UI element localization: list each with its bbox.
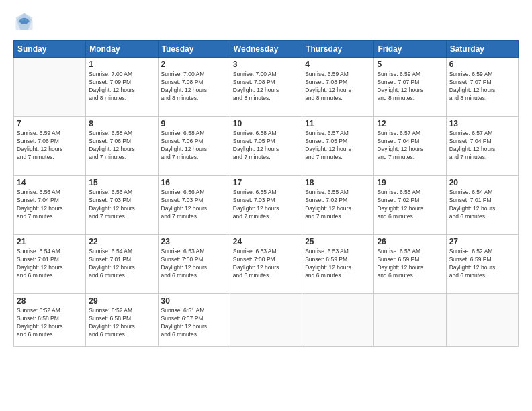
calendar-cell: 21Sunrise: 6:54 AM Sunset: 7:01 PM Dayli… xyxy=(14,235,86,294)
day-info: Sunrise: 6:52 AM Sunset: 6:58 PM Dayligh… xyxy=(89,307,154,339)
calendar-cell: 14Sunrise: 6:56 AM Sunset: 7:04 PM Dayli… xyxy=(14,176,86,235)
weekday-header-tuesday: Tuesday xyxy=(158,41,230,58)
day-info: Sunrise: 6:59 AM Sunset: 7:08 PM Dayligh… xyxy=(305,71,371,103)
day-info: Sunrise: 6:57 AM Sunset: 7:04 PM Dayligh… xyxy=(449,130,515,162)
weekday-header-saturday: Saturday xyxy=(446,41,518,58)
day-info: Sunrise: 6:57 AM Sunset: 7:05 PM Dayligh… xyxy=(305,130,371,162)
day-info: Sunrise: 7:00 AM Sunset: 7:08 PM Dayligh… xyxy=(233,71,299,103)
weekday-header-thursday: Thursday xyxy=(302,41,374,58)
week-row-1: 1Sunrise: 7:00 AM Sunset: 7:09 PM Daylig… xyxy=(14,58,519,117)
day-number: 15 xyxy=(89,178,154,187)
day-info: Sunrise: 6:59 AM Sunset: 7:07 PM Dayligh… xyxy=(377,71,443,103)
calendar-cell: 4Sunrise: 6:59 AM Sunset: 7:08 PM Daylig… xyxy=(302,58,374,117)
calendar-cell: 3Sunrise: 7:00 AM Sunset: 7:08 PM Daylig… xyxy=(230,58,302,117)
day-info: Sunrise: 6:52 AM Sunset: 6:59 PM Dayligh… xyxy=(449,248,515,280)
day-number: 28 xyxy=(17,296,83,306)
day-number: 14 xyxy=(17,178,83,187)
calendar-cell: 1Sunrise: 7:00 AM Sunset: 7:09 PM Daylig… xyxy=(86,58,158,117)
day-number: 17 xyxy=(233,178,299,187)
day-number: 7 xyxy=(17,119,83,128)
day-number: 2 xyxy=(161,60,227,69)
calendar-cell: 2Sunrise: 7:00 AM Sunset: 7:08 PM Daylig… xyxy=(158,58,230,117)
day-info: Sunrise: 6:58 AM Sunset: 7:06 PM Dayligh… xyxy=(161,130,227,162)
calendar-cell: 16Sunrise: 6:56 AM Sunset: 7:03 PM Dayli… xyxy=(158,176,230,235)
calendar-cell: 19Sunrise: 6:55 AM Sunset: 7:02 PM Dayli… xyxy=(374,176,446,235)
calendar-cell: 6Sunrise: 6:59 AM Sunset: 7:07 PM Daylig… xyxy=(446,58,518,117)
day-info: Sunrise: 6:54 AM Sunset: 7:01 PM Dayligh… xyxy=(17,248,83,280)
day-info: Sunrise: 6:57 AM Sunset: 7:04 PM Dayligh… xyxy=(377,130,443,162)
calendar-cell: 27Sunrise: 6:52 AM Sunset: 6:59 PM Dayli… xyxy=(446,235,518,294)
day-number: 23 xyxy=(161,237,227,246)
calendar-cell: 10Sunrise: 6:58 AM Sunset: 7:05 PM Dayli… xyxy=(230,117,302,176)
day-info: Sunrise: 6:53 AM Sunset: 7:00 PM Dayligh… xyxy=(233,248,299,280)
day-info: Sunrise: 6:54 AM Sunset: 7:01 PM Dayligh… xyxy=(449,189,515,221)
day-number: 3 xyxy=(233,60,299,69)
day-info: Sunrise: 7:00 AM Sunset: 7:09 PM Dayligh… xyxy=(89,71,154,103)
calendar-cell: 30Sunrise: 6:51 AM Sunset: 6:57 PM Dayli… xyxy=(158,294,230,347)
calendar-table: SundayMondayTuesdayWednesdayThursdayFrid… xyxy=(13,40,519,347)
weekday-header-wednesday: Wednesday xyxy=(230,41,302,58)
day-number: 24 xyxy=(233,237,299,246)
weekday-header-monday: Monday xyxy=(86,41,158,58)
calendar-cell: 18Sunrise: 6:55 AM Sunset: 7:02 PM Dayli… xyxy=(302,176,374,235)
day-number: 6 xyxy=(449,60,515,69)
day-number: 13 xyxy=(449,119,515,128)
day-info: Sunrise: 6:58 AM Sunset: 7:05 PM Dayligh… xyxy=(233,130,299,162)
day-number: 21 xyxy=(17,237,83,246)
day-info: Sunrise: 6:58 AM Sunset: 7:06 PM Dayligh… xyxy=(89,130,154,162)
day-number: 29 xyxy=(89,296,154,306)
day-number: 10 xyxy=(233,119,299,128)
calendar-cell xyxy=(446,294,518,347)
day-number: 4 xyxy=(305,60,371,69)
calendar-cell: 22Sunrise: 6:54 AM Sunset: 7:01 PM Dayli… xyxy=(86,235,158,294)
day-number: 18 xyxy=(305,178,371,187)
day-number: 26 xyxy=(377,237,443,246)
day-info: Sunrise: 6:53 AM Sunset: 7:00 PM Dayligh… xyxy=(161,248,227,280)
day-number: 9 xyxy=(161,119,227,128)
header xyxy=(13,12,519,34)
calendar-cell: 25Sunrise: 6:53 AM Sunset: 6:59 PM Dayli… xyxy=(302,235,374,294)
calendar-cell xyxy=(374,294,446,347)
day-number: 12 xyxy=(377,119,443,128)
day-info: Sunrise: 6:51 AM Sunset: 6:57 PM Dayligh… xyxy=(161,307,227,339)
calendar-cell: 26Sunrise: 6:53 AM Sunset: 6:59 PM Dayli… xyxy=(374,235,446,294)
week-row-3: 14Sunrise: 6:56 AM Sunset: 7:04 PM Dayli… xyxy=(14,176,519,235)
day-info: Sunrise: 6:59 AM Sunset: 7:07 PM Dayligh… xyxy=(449,71,515,103)
day-number: 11 xyxy=(305,119,371,128)
day-info: Sunrise: 6:53 AM Sunset: 6:59 PM Dayligh… xyxy=(377,248,443,280)
weekday-header-sunday: Sunday xyxy=(14,41,86,58)
calendar-cell: 23Sunrise: 6:53 AM Sunset: 7:00 PM Dayli… xyxy=(158,235,230,294)
day-number: 19 xyxy=(377,178,443,187)
calendar-cell: 17Sunrise: 6:55 AM Sunset: 7:03 PM Dayli… xyxy=(230,176,302,235)
day-number: 16 xyxy=(161,178,227,187)
day-info: Sunrise: 6:55 AM Sunset: 7:02 PM Dayligh… xyxy=(377,189,443,221)
calendar-cell: 5Sunrise: 6:59 AM Sunset: 7:07 PM Daylig… xyxy=(374,58,446,117)
calendar-cell xyxy=(14,58,86,117)
day-info: Sunrise: 6:56 AM Sunset: 7:04 PM Dayligh… xyxy=(17,189,83,221)
calendar-cell: 28Sunrise: 6:52 AM Sunset: 6:58 PM Dayli… xyxy=(14,294,86,347)
calendar-cell: 29Sunrise: 6:52 AM Sunset: 6:58 PM Dayli… xyxy=(86,294,158,347)
day-info: Sunrise: 6:55 AM Sunset: 7:03 PM Dayligh… xyxy=(233,189,299,221)
day-number: 1 xyxy=(89,60,154,69)
page: SundayMondayTuesdayWednesdayThursdayFrid… xyxy=(0,0,532,411)
weekday-header-row: SundayMondayTuesdayWednesdayThursdayFrid… xyxy=(14,41,519,58)
calendar-cell: 13Sunrise: 6:57 AM Sunset: 7:04 PM Dayli… xyxy=(446,117,518,176)
day-info: Sunrise: 7:00 AM Sunset: 7:08 PM Dayligh… xyxy=(161,71,227,103)
day-number: 20 xyxy=(449,178,515,187)
calendar-cell: 7Sunrise: 6:59 AM Sunset: 7:06 PM Daylig… xyxy=(14,117,86,176)
day-info: Sunrise: 6:56 AM Sunset: 7:03 PM Dayligh… xyxy=(161,189,227,221)
day-info: Sunrise: 6:55 AM Sunset: 7:02 PM Dayligh… xyxy=(305,189,371,221)
day-info: Sunrise: 6:54 AM Sunset: 7:01 PM Dayligh… xyxy=(89,248,154,280)
calendar-cell: 9Sunrise: 6:58 AM Sunset: 7:06 PM Daylig… xyxy=(158,117,230,176)
day-info: Sunrise: 6:53 AM Sunset: 6:59 PM Dayligh… xyxy=(305,248,371,280)
day-number: 8 xyxy=(89,119,154,128)
calendar-cell: 20Sunrise: 6:54 AM Sunset: 7:01 PM Dayli… xyxy=(446,176,518,235)
logo xyxy=(13,12,35,34)
week-row-2: 7Sunrise: 6:59 AM Sunset: 7:06 PM Daylig… xyxy=(14,117,519,176)
calendar-cell: 12Sunrise: 6:57 AM Sunset: 7:04 PM Dayli… xyxy=(374,117,446,176)
day-info: Sunrise: 6:56 AM Sunset: 7:03 PM Dayligh… xyxy=(89,189,154,221)
calendar-cell: 8Sunrise: 6:58 AM Sunset: 7:06 PM Daylig… xyxy=(86,117,158,176)
calendar-cell xyxy=(230,294,302,347)
day-info: Sunrise: 6:52 AM Sunset: 6:58 PM Dayligh… xyxy=(17,307,83,339)
calendar-cell: 24Sunrise: 6:53 AM Sunset: 7:00 PM Dayli… xyxy=(230,235,302,294)
